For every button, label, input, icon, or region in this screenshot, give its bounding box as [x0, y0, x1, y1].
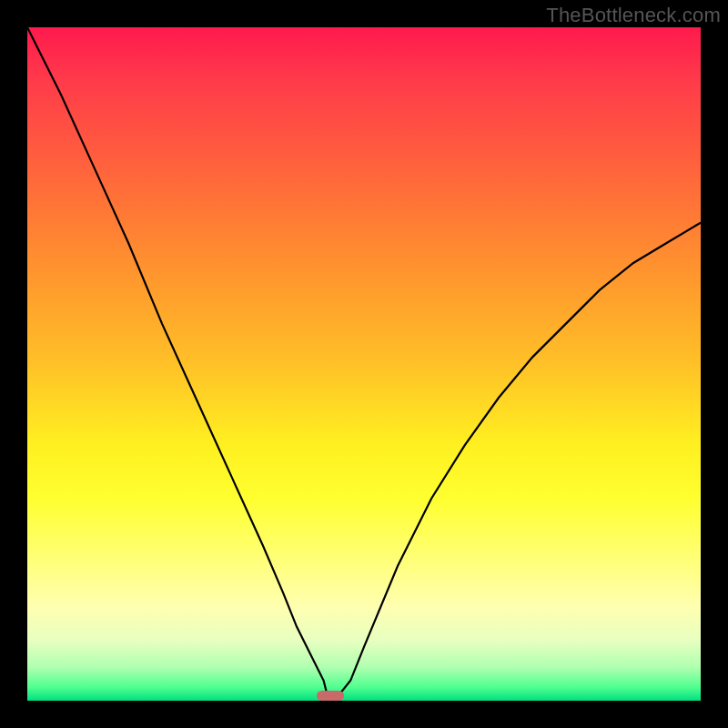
watermark-text: TheBottleneck.com — [546, 4, 721, 27]
bottleneck-curve — [27, 27, 701, 701]
minimum-marker — [317, 691, 344, 701]
frame: TheBottleneck.com — [0, 0, 728, 728]
plot-area — [27, 27, 701, 701]
chart-svg — [27, 27, 701, 701]
